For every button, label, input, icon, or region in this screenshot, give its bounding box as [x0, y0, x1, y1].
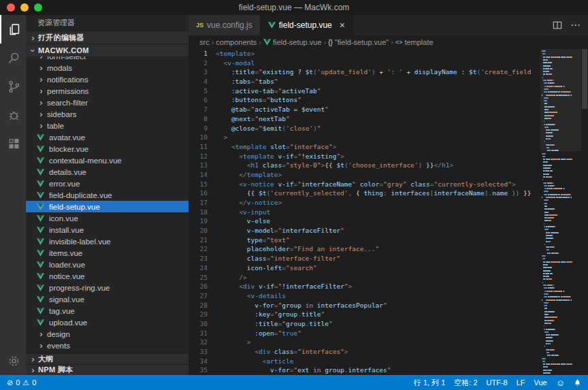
close-window-button[interactable] [7, 3, 15, 12]
chevron-right-icon: › [37, 56, 46, 61]
warning-icon: ⚠ [22, 378, 29, 387]
code-line[interactable]: 12 <template v-if="!existing"> [189, 152, 540, 161]
code-line[interactable]: 1<template> [189, 49, 540, 59]
code-line[interactable]: 17 </v-notice> [189, 198, 540, 208]
notifications-bell-icon[interactable] [574, 378, 581, 387]
code-line[interactable]: 5 :active-tab="activeTab" [189, 86, 540, 96]
code-line[interactable]: 11 <template slot="interface"> [189, 142, 540, 152]
tab-field-setup-vue[interactable]: field-setup.vue × [261, 15, 353, 35]
indentation-indicator[interactable]: 空格: 2 [454, 378, 477, 388]
code-line[interactable]: 16 {{ $t('currently_selected', { thing: … [189, 189, 540, 198]
scrollbar-thumb[interactable] [582, 49, 587, 109]
code-line[interactable]: 3 :title="existing ? $t('update_field') … [189, 67, 540, 77]
cursor-position[interactable]: 行 1, 列 1 [414, 378, 445, 388]
tree-item-icon-vue[interactable]: icon.vue [26, 212, 189, 224]
explorer-icon[interactable] [0, 15, 26, 44]
tree-item-progress-ring-vue[interactable]: progress-ring.vue [26, 282, 189, 293]
code-line[interactable]: 35 v-for="ext in group.interfaces" [189, 365, 540, 375]
tree-item-details-vue[interactable]: details.vue [26, 166, 189, 178]
code-line[interactable]: 26 <div v-if="!interfaceFilter"> [189, 282, 540, 291]
vertical-scrollbar[interactable] [581, 49, 588, 375]
open-editors-section[interactable]: › 打开的编辑器 [26, 31, 189, 44]
sidebar-panel-npm-scripts[interactable]: ›NPM 脚本 [26, 364, 189, 375]
split-editor-icon[interactable] [553, 20, 562, 30]
source-control-icon[interactable] [0, 72, 26, 101]
debug-icon[interactable] [0, 101, 26, 129]
zoom-window-button[interactable] [34, 3, 42, 12]
search-icon[interactable] [0, 44, 26, 72]
breadcrumb-item[interactable]: src [199, 38, 210, 46]
tree-item-signal-vue[interactable]: signal.vue [26, 293, 189, 305]
tree-item-loader-vue[interactable]: loader.vue [26, 259, 189, 270]
code-line[interactable]: 6 :buttons="buttons" [189, 95, 540, 105]
tree-item-install-vue[interactable]: install.vue [26, 224, 189, 235]
tree-item-sidebars[interactable]: ›sidebars [26, 108, 189, 120]
breadcrumb-item[interactable]: {}"field-setup.vue" [328, 38, 389, 46]
tree-item-modals[interactable]: ›modals [26, 62, 189, 74]
tree-item-field-duplicate-vue[interactable]: field-duplicate.vue [26, 189, 189, 201]
eol-indicator[interactable]: LF [517, 378, 525, 387]
code-line[interactable]: 8 @next="nextTab" [189, 114, 540, 124]
code-line[interactable]: 2 <v-modal [189, 59, 540, 68]
code-line[interactable]: 10 > [189, 133, 540, 142]
encoding-indicator[interactable]: UTF-8 [487, 378, 508, 387]
code-line[interactable]: 25 /> [189, 273, 540, 282]
tree-item-items-vue[interactable]: items.vue [26, 247, 189, 259]
more-actions-icon[interactable]: ⋯ [570, 19, 581, 31]
sidebar-panel-outline[interactable]: ›大纲 [26, 353, 189, 364]
tree-item-form-select[interactable]: ›form-select [26, 56, 189, 62]
code-line[interactable]: 23 class="interface-filter" [189, 254, 540, 263]
feedback-smiley-icon[interactable]: ☺ [556, 378, 565, 388]
code-line[interactable]: 29 :key="group.title" [189, 310, 540, 319]
chevron-right-icon: › [37, 74, 46, 84]
code-line[interactable]: 20 v-model="interfaceFilter" [189, 226, 540, 235]
language-indicator[interactable]: Vue [534, 378, 547, 387]
code-line[interactable]: 24 icon-left="search" [189, 263, 540, 273]
problems-indicator[interactable]: ⊘ 0 ⚠ 0 [7, 378, 36, 387]
tree-item-notifications[interactable]: ›notifications [26, 74, 189, 85]
code-line[interactable]: 30 :title="group.title" [189, 319, 540, 329]
code-line[interactable]: 31 :open="true" [189, 329, 540, 338]
settings-icon[interactable] [0, 346, 26, 375]
code-line[interactable]: 4 :tabs="tabs" [189, 77, 540, 86]
code-line[interactable]: 27 <v-details [189, 291, 540, 301]
breadcrumb-item[interactable]: <>template [395, 38, 434, 46]
breadcrumb-item[interactable]: field-setup.vue [263, 38, 322, 46]
tree-item-tag-vue[interactable]: tag.vue [26, 305, 189, 316]
code-editor[interactable]: 1<template>2 <v-modal3 :title="existing … [189, 49, 588, 375]
code-line[interactable]: 32 > [189, 338, 540, 347]
code-line[interactable]: 15 <v-notice v-if="interfaceName" color=… [189, 180, 540, 189]
tree-item-blocker-vue[interactable]: blocker.vue [26, 143, 189, 155]
tree-item-invisible-label-vue[interactable]: invisible-label.vue [26, 235, 189, 247]
code-line[interactable]: 21 type="text" [189, 235, 540, 245]
code-line[interactable]: 22 placeholder="Find an interface..." [189, 244, 540, 254]
code-line[interactable]: 18 <v-input [189, 208, 540, 217]
tree-item-contextual-menu-vue[interactable]: contextual-menu.vue [26, 155, 189, 166]
extensions-icon[interactable] [0, 129, 26, 158]
tree-item-upload-vue[interactable]: upload.vue [26, 316, 189, 328]
breadcrumb-item[interactable]: components [216, 38, 257, 46]
tree-item-avatar-vue[interactable]: avatar.vue [26, 131, 189, 143]
minimap[interactable] [540, 49, 581, 375]
code-line[interactable]: 34 <article [189, 357, 540, 366]
tree-item-events[interactable]: ›events [26, 340, 189, 351]
tree-item-search-filter[interactable]: ›search-filter [26, 97, 189, 108]
minimize-window-button[interactable] [20, 3, 29, 12]
code-line[interactable]: 19 v-else [189, 216, 540, 226]
tree-item-table[interactable]: ›table [26, 120, 189, 131]
tree-item-error-vue[interactable]: error.vue [26, 178, 189, 189]
tree-item-design[interactable]: ›design [26, 328, 189, 340]
workspace-section[interactable]: › MACWK.COM [26, 44, 189, 56]
tab-vue-config-js[interactable]: JS vue.config.js [189, 15, 261, 35]
chevron-right-icon: › [37, 109, 46, 119]
code-line[interactable]: 14 </template> [189, 170, 540, 180]
code-line[interactable]: 7 @tab="activeTab = $event" [189, 105, 540, 114]
close-tab-icon[interactable]: × [340, 20, 345, 30]
code-line[interactable]: 33 <div class="interfaces"> [189, 347, 540, 357]
code-line[interactable]: 28 v-for="group in interfacesPopular" [189, 301, 540, 310]
code-line[interactable]: 9 @close="$emit('close')" [189, 124, 540, 133]
tree-item-permissions[interactable]: ›permissions [26, 85, 189, 97]
tree-item-field-setup-vue[interactable]: field-setup.vue [26, 201, 189, 212]
code-line[interactable]: 13 <h1 class="style-0">{{ $t('choose_int… [189, 161, 540, 170]
tree-item-notice-vue[interactable]: notice.vue [26, 270, 189, 282]
